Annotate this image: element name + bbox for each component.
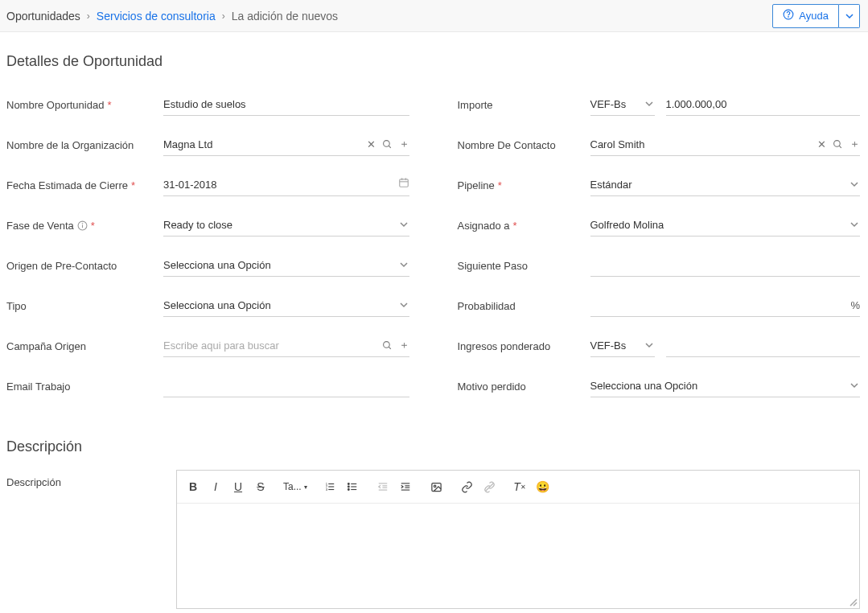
required-marker: * bbox=[91, 220, 95, 232]
label-next-step: Siguiente Paso bbox=[458, 260, 590, 272]
chevron-right-icon: › bbox=[222, 10, 225, 22]
breadcrumb-root[interactable]: Oportunidades bbox=[6, 10, 80, 23]
row-org-name: Nombre de la Organización ✕ ＋ bbox=[6, 125, 409, 165]
opp-name-input[interactable] bbox=[163, 93, 409, 116]
percent-suffix: % bbox=[850, 299, 860, 311]
breadcrumb-link[interactable]: Servicios de consultoria bbox=[97, 10, 216, 23]
row-opp-name: Nombre Oportunidad * bbox=[6, 84, 409, 125]
rich-text-editor: B I U S Ta... ▾ 123 bbox=[176, 470, 860, 609]
calendar-icon[interactable] bbox=[398, 177, 409, 188]
label-assigned-to: Asignado a * bbox=[458, 220, 590, 232]
label-amount: Importe bbox=[458, 99, 590, 111]
required-marker: * bbox=[107, 99, 111, 111]
row-campaign: Campaña Origen ＋ bbox=[6, 326, 409, 366]
search-icon[interactable] bbox=[382, 139, 393, 150]
svg-point-12 bbox=[82, 223, 83, 224]
breadcrumb: Oportunidades › Servicios de consultoria… bbox=[6, 10, 338, 23]
outdent-button[interactable] bbox=[372, 475, 394, 498]
svg-point-24 bbox=[348, 483, 349, 485]
required-marker: * bbox=[131, 179, 135, 191]
row-weighted-revenue: Ingresos ponderado VEF-Bs bbox=[458, 326, 861, 366]
svg-point-2 bbox=[383, 140, 389, 146]
next-step-input[interactable] bbox=[590, 254, 861, 277]
unlink-button[interactable] bbox=[478, 475, 500, 498]
label-lead-source: Origen de Pre-Contacto bbox=[6, 260, 163, 272]
bold-button[interactable]: B bbox=[182, 475, 204, 498]
svg-point-36 bbox=[434, 485, 436, 488]
weighted-currency-select[interactable]: VEF-Bs bbox=[590, 335, 655, 357]
indent-button[interactable] bbox=[394, 475, 417, 498]
topbar: Oportunidades › Servicios de consultoria… bbox=[0, 0, 868, 32]
weighted-value-input[interactable] bbox=[666, 335, 861, 357]
row-assigned-to: Asignado a * Golfredo Molina bbox=[458, 205, 861, 245]
plus-icon[interactable]: ＋ bbox=[399, 137, 409, 151]
sales-stage-select[interactable]: Ready to close bbox=[163, 214, 409, 237]
assigned-to-select[interactable]: Golfredo Molina bbox=[590, 214, 861, 237]
italic-button[interactable]: I bbox=[204, 475, 227, 498]
row-probability: Probabilidad % bbox=[458, 286, 861, 326]
chevron-down-icon bbox=[645, 341, 653, 349]
amount-input[interactable] bbox=[666, 93, 861, 116]
label-type: Tipo bbox=[6, 300, 163, 312]
chevron-down-icon bbox=[850, 180, 858, 188]
row-type: Tipo Selecciona una Opción bbox=[6, 286, 409, 326]
section-description-title: Descripción bbox=[6, 438, 860, 455]
editor-body[interactable] bbox=[177, 504, 859, 608]
chevron-down-icon bbox=[400, 220, 408, 228]
image-button[interactable] bbox=[425, 475, 447, 498]
search-icon[interactable] bbox=[833, 139, 843, 150]
breadcrumb-current: La adición de nuevos bbox=[232, 10, 338, 23]
chevron-down-icon bbox=[850, 220, 858, 228]
amount-currency-select[interactable]: VEF-Bs bbox=[590, 93, 655, 116]
form-grid: Nombre Oportunidad * Importe VEF-Bs bbox=[6, 84, 860, 406]
unordered-list-button[interactable] bbox=[341, 475, 364, 498]
search-icon[interactable] bbox=[382, 340, 393, 351]
resize-handle-icon[interactable] bbox=[848, 597, 858, 607]
row-lost-reason: Motivo perdido Selecciona una Opción bbox=[458, 366, 861, 406]
ordered-list-button[interactable]: 123 bbox=[319, 475, 341, 498]
probability-input[interactable] bbox=[590, 294, 861, 317]
help-icon bbox=[783, 9, 794, 23]
plus-icon[interactable]: ＋ bbox=[399, 338, 409, 352]
top-actions: Ayuda bbox=[772, 4, 860, 28]
label-pipeline: Pipeline * bbox=[458, 179, 590, 191]
link-button[interactable] bbox=[455, 475, 478, 498]
help-button[interactable]: Ayuda bbox=[772, 4, 839, 28]
row-next-step: Siguiente Paso bbox=[458, 245, 861, 286]
clear-icon[interactable]: ✕ bbox=[817, 138, 826, 150]
type-select[interactable]: Selecciona una Opción bbox=[163, 294, 409, 317]
info-icon[interactable] bbox=[77, 220, 88, 231]
label-contact-name: Nombre De Contacto bbox=[458, 139, 590, 151]
row-pipeline: Pipeline * Estándar bbox=[458, 165, 861, 205]
close-date-input[interactable] bbox=[163, 174, 409, 196]
label-description: Descripción bbox=[6, 470, 163, 488]
chevron-down-icon bbox=[400, 301, 408, 309]
svg-point-13 bbox=[383, 341, 389, 348]
clear-icon[interactable]: ✕ bbox=[367, 138, 376, 150]
label-org-name: Nombre de la Organización bbox=[6, 139, 163, 151]
label-work-email: Email Trabajo bbox=[6, 381, 163, 393]
emoji-button[interactable]: 😀 bbox=[531, 475, 553, 498]
help-dropdown[interactable] bbox=[839, 4, 860, 28]
lost-reason-select[interactable]: Selecciona una Opción bbox=[590, 375, 861, 397]
work-email-input[interactable] bbox=[163, 375, 409, 397]
label-opp-name: Nombre Oportunidad * bbox=[6, 99, 163, 111]
content: Detalles de Oportunidad Nombre Oportunid… bbox=[0, 32, 868, 613]
plus-icon[interactable]: ＋ bbox=[849, 137, 860, 151]
campaign-input[interactable] bbox=[163, 335, 409, 357]
description-grid: Descripción B I U S Ta... ▾ 123 bbox=[6, 470, 860, 609]
row-sales-stage: Fase de Venta * Ready to close bbox=[6, 205, 409, 245]
lead-source-select[interactable]: Selecciona una Opción bbox=[163, 254, 409, 277]
strikethrough-button[interactable]: S bbox=[249, 475, 272, 498]
underline-button[interactable]: U bbox=[227, 475, 249, 498]
label-lost-reason: Motivo perdido bbox=[458, 381, 590, 393]
clear-format-button[interactable]: T✕ bbox=[508, 475, 531, 498]
required-marker: * bbox=[498, 179, 502, 191]
svg-line-5 bbox=[839, 146, 841, 148]
svg-point-26 bbox=[348, 489, 349, 491]
label-sales-stage: Fase de Venta * bbox=[6, 220, 163, 232]
font-family-button[interactable]: Ta... ▾ bbox=[280, 475, 311, 498]
pipeline-select[interactable]: Estándar bbox=[590, 174, 861, 196]
svg-point-1 bbox=[788, 17, 789, 18]
svg-point-4 bbox=[834, 140, 841, 146]
